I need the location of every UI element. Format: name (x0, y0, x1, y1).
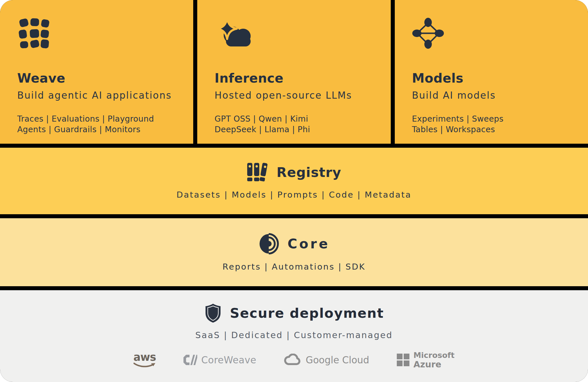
registry-features: Datasets | Models | Prompts | Code | Met… (177, 190, 411, 200)
coreweave-cw-icon (183, 355, 197, 365)
core-band: Core Reports | Automations | SDK (0, 218, 588, 286)
card-features: GPT OSS | Qwen | Kimi DeepSeek | Llama |… (214, 114, 376, 135)
card-features: Experiments | Sweeps Tables | Workspaces (412, 114, 574, 135)
models-card: Models Build AI models Experiments | Swe… (395, 0, 588, 144)
google-cloud-logo-text: Google Cloud (306, 354, 369, 366)
google-cloud-logo: Google Cloud (284, 354, 369, 366)
card-subtitle: Hosted open-source LLMs (214, 90, 376, 101)
card-features-line: Traces | Evaluations | Playground (17, 114, 179, 124)
binders-icon (247, 162, 268, 182)
card-features-line: Agents | Guardrails | Monitors (17, 124, 179, 135)
inference-card: Inference Hosted open-source LLMs GPT OS… (197, 0, 390, 144)
registry-band: Registry Datasets | Models | Prompts | C… (0, 148, 588, 214)
shield-icon (204, 303, 222, 323)
wandb-platform-diagram: Weave Build agentic AI applications Trac… (0, 0, 588, 382)
aws-logo-text: aws (134, 352, 156, 362)
card-features-line: DeepSeek | Llama | Phi (214, 124, 376, 135)
card-subtitle: Build AI models (412, 90, 574, 101)
weave-card: Weave Build agentic AI applications Trac… (0, 0, 193, 144)
card-features: Traces | Evaluations | Playground Agents… (17, 114, 179, 135)
card-subtitle: Build agentic AI applications (17, 90, 179, 101)
coreweave-logo: CoreWeave (183, 354, 256, 366)
secure-title: Secure deployment (230, 305, 384, 321)
core-features: Reports | Automations | SDK (223, 262, 365, 272)
azure-logo-text: Azure (413, 360, 454, 369)
google-cloud-cloud-icon (284, 354, 301, 366)
sparkle-cloud-icon (214, 17, 255, 49)
card-title: Weave (17, 71, 179, 86)
network-nodes-icon (412, 17, 444, 49)
microsoft-azure-logo: Microsoft Azure (397, 351, 454, 369)
card-title: Models (412, 71, 574, 86)
microsoft-logo-text: Microsoft (413, 351, 454, 360)
secure-options: SaaS | Dedicated | Customer-managed (195, 330, 392, 340)
secure-deployment-band: Secure deployment SaaS | Dedicated | Cus… (0, 290, 588, 382)
weave-grid-icon (17, 17, 50, 50)
card-features-line: Experiments | Sweeps (412, 114, 574, 124)
coreweave-logo-text: CoreWeave (201, 354, 256, 366)
aws-smile-icon (134, 362, 156, 368)
cloud-provider-logos: aws CoreWeave (134, 351, 455, 369)
card-features-line: GPT OSS | Qwen | Kimi (214, 114, 376, 124)
card-title: Inference (214, 71, 376, 86)
radar-core-icon (258, 233, 279, 254)
azure-grid-icon (397, 354, 409, 366)
aws-logo: aws (134, 352, 156, 368)
registry-title: Registry (276, 165, 341, 180)
card-features-line: Tables | Workspaces (412, 124, 574, 135)
core-title: Core (287, 236, 330, 252)
product-cards-row: Weave Build agentic AI applications Trac… (0, 0, 588, 144)
